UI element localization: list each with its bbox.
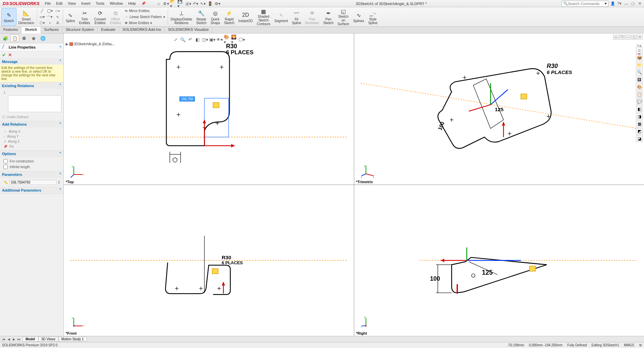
- vp-restore-icon[interactable]: ❐: [619, 35, 625, 40]
- instant2d-button[interactable]: 2D Instant2D: [236, 8, 255, 26]
- mirror-entities-button[interactable]: ⇋Mirror Entities: [123, 8, 166, 14]
- tab-nav-last-icon[interactable]: ⏭: [16, 337, 21, 342]
- tab-nav-next-icon[interactable]: ▶: [11, 337, 16, 342]
- vp-close-icon[interactable]: ✕: [637, 35, 643, 40]
- pen-sketch-button[interactable]: ✒ Pen Sketch: [321, 8, 336, 26]
- task-more4-icon[interactable]: ◩: [636, 128, 643, 135]
- ok-check-icon[interactable]: ✔: [2, 52, 6, 58]
- style-spline-button[interactable]: ⎯∿ Style Spline: [366, 8, 380, 26]
- viewport-right[interactable]: 100 125 z: [354, 185, 644, 336]
- menu-help[interactable]: Help: [125, 0, 139, 7]
- help-circle-icon[interactable]: ?: [59, 45, 61, 49]
- menu-insert[interactable]: Insert: [78, 0, 93, 7]
- bottom-tab-motion-study[interactable]: Motion Study 1: [58, 337, 87, 342]
- menu-file[interactable]: File: [42, 0, 54, 7]
- fit-spline-button[interactable]: 〰 Fit Spline: [290, 8, 303, 26]
- task-explorer-icon[interactable]: 🔍: [636, 69, 643, 76]
- menu-edit[interactable]: Edit: [53, 0, 65, 7]
- spline-tool-icon[interactable]: ∿: [54, 14, 61, 19]
- linear-pattern-button[interactable]: ⋯Linear Sketch Pattern▾: [123, 14, 166, 19]
- vp-min-icon[interactable]: —: [625, 35, 631, 40]
- tab-nav-prev-icon[interactable]: ◀: [6, 337, 11, 342]
- tab-visualize[interactable]: SOLIDWORKS Visualize: [165, 27, 212, 33]
- dimension-edit-box[interactable]: 156.750: [179, 96, 195, 101]
- property-manager-tab-icon[interactable]: 📋: [10, 34, 19, 42]
- arc-tool-icon[interactable]: ◠▾: [46, 14, 54, 19]
- tree-expander-icon[interactable]: ▶: [66, 42, 68, 46]
- bottom-tab-3d-views[interactable]: 3D Views: [38, 337, 58, 342]
- options-icon[interactable]: ⚙▾: [214, 1, 221, 7]
- relations-listbox[interactable]: [8, 95, 61, 112]
- existing-relations-header[interactable]: Existing Relations˄: [0, 82, 63, 89]
- vp-max-icon[interactable]: ▢: [631, 35, 637, 40]
- save-icon[interactable]: 💾▾: [177, 1, 184, 7]
- hide-show-icon[interactable]: 👁▾: [216, 36, 223, 43]
- task-custom-props-icon[interactable]: 📋: [636, 91, 643, 98]
- trim-entities-button[interactable]: ✂ Trim Entities: [77, 8, 92, 26]
- task-view-palette-icon[interactable]: 🖼: [636, 76, 643, 83]
- edit-appearance-icon[interactable]: 🎨▾: [224, 36, 230, 43]
- user-icon[interactable]: 👤: [610, 1, 616, 6]
- vp-tile-icon[interactable]: ▭: [613, 35, 619, 40]
- circle-tool-icon[interactable]: ◯▾: [46, 8, 54, 14]
- rect-tool-icon[interactable]: ▭▾: [39, 14, 46, 19]
- part-reviewer-button[interactable]: 👁 Part Reviewer: [303, 8, 321, 26]
- status-units[interactable]: MMGS: [624, 343, 634, 347]
- display-delete-relations-button[interactable]: ⊥ Display/Delete Relations: [169, 8, 194, 26]
- repair-sketch-button[interactable]: 🔧 Repair Sketch: [194, 8, 209, 26]
- tab-addins[interactable]: SOLIDWORKS Add-Ins: [119, 27, 165, 33]
- task-home-icon[interactable]: ⌂: [636, 47, 643, 54]
- tab-evaluate[interactable]: Evaluate: [98, 27, 119, 33]
- infinite-length-checkbox[interactable]: [3, 165, 8, 169]
- view-settings-icon[interactable]: 🖵▾: [238, 36, 245, 43]
- point-tool-icon[interactable]: •: [46, 20, 54, 25]
- viewport-top[interactable]: ⤢ 🔍 ↶ ◧ ◫▾ ▣▾ 👁▾ 🎨▾ 🌄▾ 🖵▾ ▶ 🧱 3DSketchAn…: [64, 33, 354, 185]
- rebuild-icon[interactable]: 🚦: [207, 1, 214, 7]
- along-x-button[interactable]: ↔Along X: [2, 129, 61, 134]
- sketch-button[interactable]: ✎ Sketch: [1, 8, 16, 26]
- close-icon[interactable]: ✕: [637, 1, 643, 6]
- for-construction-checkbox[interactable]: [3, 159, 8, 163]
- task-more2-icon[interactable]: ◨: [636, 113, 643, 120]
- help-icon[interactable]: ?▾: [616, 1, 623, 6]
- polygon-tool-icon[interactable]: ⬠▾: [39, 20, 46, 25]
- maximize-icon[interactable]: ▢: [630, 1, 636, 6]
- line-tool-icon[interactable]: ╱: [39, 8, 46, 14]
- menu-tools[interactable]: Tools: [93, 0, 107, 7]
- sketch-on-surface-button[interactable]: ◱ Sketch on Surface: [335, 8, 351, 26]
- task-appearances-icon[interactable]: 🎨: [636, 84, 643, 90]
- spin-down-icon[interactable]: ▼: [58, 182, 60, 184]
- dimxpert-tab-icon[interactable]: ⊕: [29, 34, 38, 42]
- tab-surfaces[interactable]: Surfaces: [41, 27, 62, 33]
- feature-tree-tab-icon[interactable]: 🧩: [1, 34, 10, 42]
- spline-button[interactable]: ∿ Spline: [64, 8, 77, 26]
- search-dropdown-icon[interactable]: ▾: [605, 1, 607, 6]
- viewport-front[interactable]: R30 6 PLACES x y *F: [64, 185, 354, 336]
- text-tool-icon[interactable]: A: [54, 20, 61, 25]
- bottom-tab-model[interactable]: Model: [22, 337, 38, 342]
- options-header[interactable]: Options˄: [0, 151, 63, 157]
- task-design-lib-icon[interactable]: 📁: [636, 62, 643, 68]
- convert-entities-button[interactable]: ⟳ Convert Entities: [92, 8, 108, 26]
- view-orientation-icon[interactable]: ◫▾: [202, 36, 208, 43]
- additional-parameters-header[interactable]: Additional Parameters˅: [0, 187, 63, 194]
- new-doc-icon[interactable]: 🗎▾: [163, 1, 169, 7]
- rapid-sketch-button[interactable]: ⚡ Rapid Sketch: [222, 8, 236, 26]
- section-view-icon[interactable]: ◧: [194, 36, 201, 43]
- open-doc-icon[interactable]: 📂▾: [170, 1, 177, 7]
- add-relations-header[interactable]: Add Relations˄: [0, 121, 63, 128]
- tab-sketch[interactable]: Sketch: [21, 27, 41, 33]
- viewport-trimetric[interactable]: ▭ ❐ — ▢ ✕ ↪ ✖ ⌂ 📦 📁 🔍 🖼 🎨 📋: [354, 33, 644, 185]
- fix-button[interactable]: 📌Fix: [2, 144, 61, 149]
- task-forum-icon[interactable]: 💬: [636, 98, 643, 105]
- zoom-fit-icon[interactable]: ⤢: [172, 36, 179, 43]
- task-resources-icon[interactable]: 📦: [636, 54, 643, 61]
- shaded-contours-button[interactable]: ▦ Shaded Sketch Contours: [255, 8, 272, 26]
- tab-features[interactable]: Features: [0, 27, 21, 33]
- search-input[interactable]: [568, 2, 605, 6]
- segment-button[interactable]: ⟍ Segment: [272, 8, 290, 26]
- menu-pin-icon[interactable]: 📌: [139, 0, 149, 7]
- length-input[interactable]: [9, 180, 57, 185]
- task-more5-icon[interactable]: ◪: [636, 135, 643, 142]
- parameters-header[interactable]: Parameters˄: [0, 171, 63, 178]
